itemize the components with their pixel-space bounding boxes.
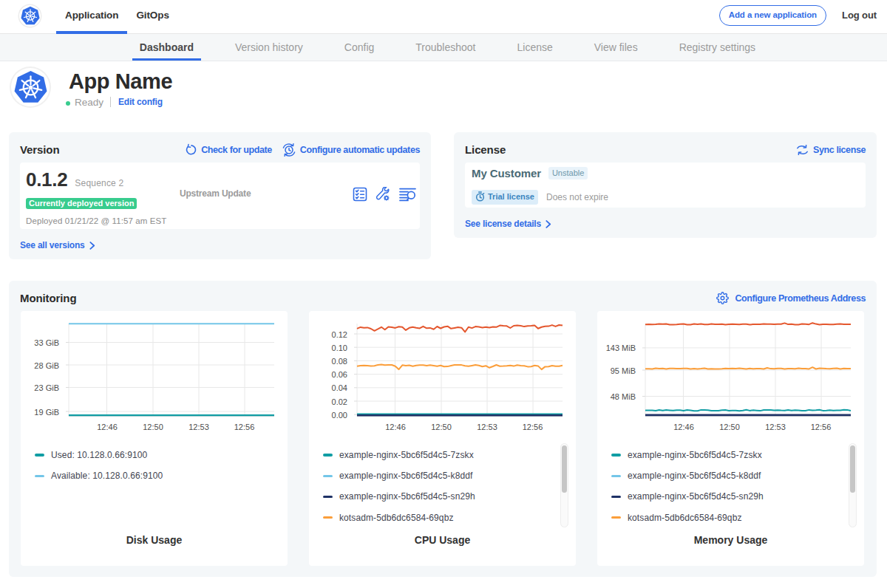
svg-text:33 GiB: 33 GiB xyxy=(34,338,59,347)
svg-text:12:53: 12:53 xyxy=(188,423,209,431)
svg-text:12:56: 12:56 xyxy=(523,423,543,431)
svg-text:12:46: 12:46 xyxy=(673,423,694,431)
svg-text:23 GiB: 23 GiB xyxy=(34,383,59,392)
svg-text:12:56: 12:56 xyxy=(811,423,832,431)
svg-text:12:50: 12:50 xyxy=(431,423,452,431)
svg-text:12:46: 12:46 xyxy=(97,423,118,431)
svg-text:19 GiB: 19 GiB xyxy=(34,407,59,416)
svg-text:0.00: 0.00 xyxy=(332,410,347,419)
svg-text:12:53: 12:53 xyxy=(765,423,786,431)
svg-text:0.06: 0.06 xyxy=(332,370,347,379)
svg-text:0.12: 0.12 xyxy=(332,329,347,338)
svg-text:12:46: 12:46 xyxy=(385,423,406,431)
svg-text:0.02: 0.02 xyxy=(332,397,347,406)
svg-text:12:50: 12:50 xyxy=(143,423,163,431)
svg-text:12:56: 12:56 xyxy=(234,423,255,431)
svg-text:0.10: 0.10 xyxy=(332,343,347,352)
svg-text:0.04: 0.04 xyxy=(332,383,347,392)
svg-text:143 MiB: 143 MiB xyxy=(606,343,636,352)
svg-text:95 MiB: 95 MiB xyxy=(611,366,636,375)
svg-text:28 GiB: 28 GiB xyxy=(34,360,59,369)
svg-text:0.08: 0.08 xyxy=(332,356,347,365)
svg-text:12:50: 12:50 xyxy=(719,423,740,431)
svg-text:12:53: 12:53 xyxy=(477,423,497,431)
svg-text:48 MiB: 48 MiB xyxy=(611,392,636,401)
